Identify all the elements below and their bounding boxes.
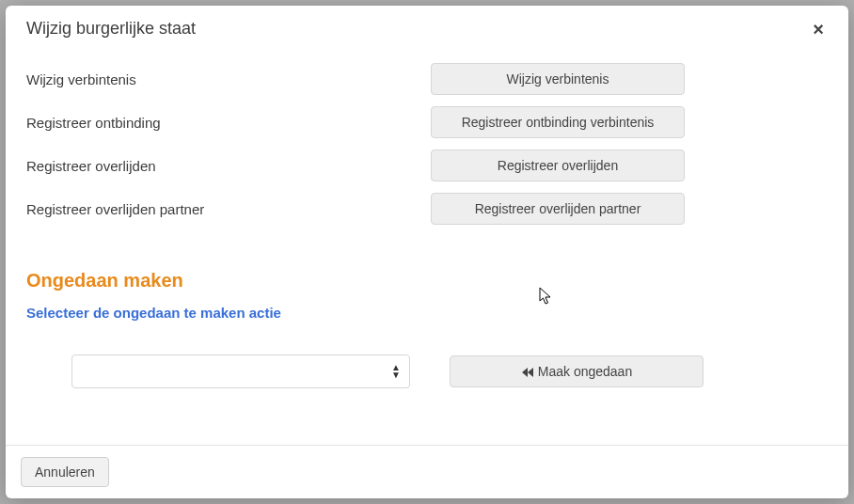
undo-subheading: Selecteer de ongedaan te maken actie (26, 305, 828, 321)
register-death-button[interactable]: Registreer overlijden (431, 150, 685, 181)
action-row-register-dissolution: Registreer ontbinding Registreer ontbind… (26, 106, 828, 138)
change-commitment-button[interactable]: Wijzig verbintenis (431, 63, 685, 95)
action-row-register-partner-death: Registreer overlijden partner Registreer… (26, 193, 828, 225)
undo-row: ▲▼ Maak ongedaan (26, 354, 828, 388)
modal-change-civil-status: Wijzig burgerlijke staat × Wijzig verbin… (6, 6, 848, 498)
undo-button-label: Maak ongedaan (538, 364, 632, 379)
undo-heading: Ongedaan maken (26, 270, 828, 291)
action-label: Registreer ontbinding (26, 115, 431, 131)
undo-action-select[interactable] (71, 354, 410, 388)
register-dissolution-button[interactable]: Registreer ontbinding verbintenis (431, 106, 685, 138)
register-partner-death-button[interactable]: Registreer overlijden partner (431, 193, 685, 225)
action-label: Wijzig verbintenis (26, 71, 431, 87)
action-label: Registreer overlijden (26, 158, 431, 174)
modal-header: Wijzig burgerlijke staat × (6, 6, 848, 46)
undo-select-wrap: ▲▼ (71, 354, 410, 388)
action-label: Registreer overlijden partner (26, 201, 431, 217)
modal-footer: Annuleren (6, 445, 848, 498)
action-row-register-death: Registreer overlijden Registreer overlij… (26, 150, 828, 181)
action-row-change-commitment: Wijzig verbintenis Wijzig verbintenis (26, 63, 828, 95)
rewind-icon (521, 367, 534, 378)
modal-title: Wijzig burgerlijke staat (26, 19, 196, 39)
modal-body: Wijzig verbintenis Wijzig verbintenis Re… (6, 46, 848, 445)
close-icon[interactable]: × (809, 20, 828, 39)
undo-button[interactable]: Maak ongedaan (450, 355, 704, 387)
cancel-button[interactable]: Annuleren (21, 457, 109, 487)
